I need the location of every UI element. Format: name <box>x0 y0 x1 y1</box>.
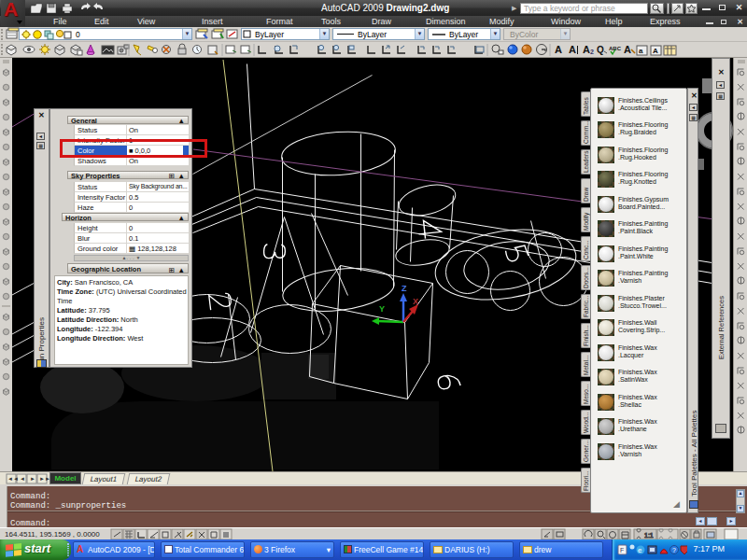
svg-text:A: A <box>583 44 590 55</box>
svg-text:A: A <box>569 44 576 55</box>
svg-text:a: a <box>639 47 643 55</box>
svg-text:A: A <box>624 44 631 55</box>
svg-text:Q: Q <box>597 45 604 55</box>
svg-text:1:1: 1:1 <box>644 532 654 539</box>
svg-text:e: e <box>638 546 642 554</box>
svg-text:?: ? <box>672 547 676 553</box>
svg-text:◄: ◄ <box>20 476 25 482</box>
svg-text:A: A <box>555 44 562 55</box>
svg-text:2: 2 <box>590 49 594 55</box>
svg-text:►: ► <box>30 476 35 482</box>
svg-text:◄◄: ◄◄ <box>7 476 19 482</box>
svg-text:F: F <box>620 547 624 553</box>
svg-text:A: A <box>653 47 658 55</box>
